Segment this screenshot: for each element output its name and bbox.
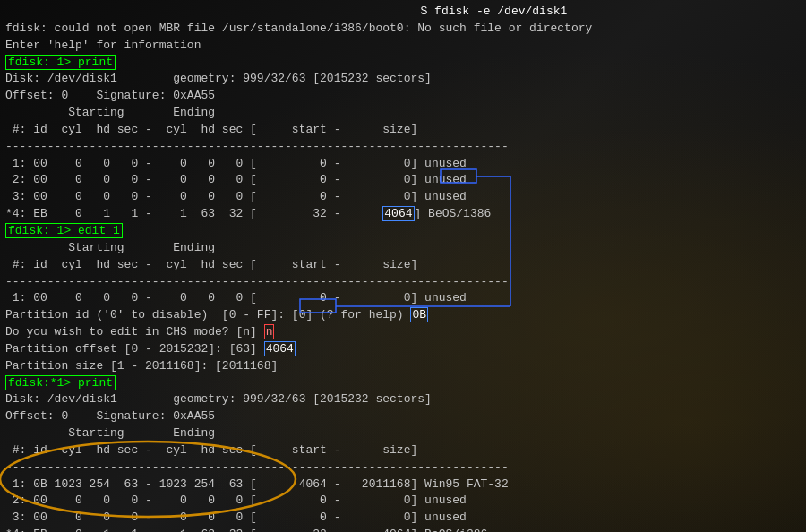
- blue-box-4064-bottom: 4064: [264, 341, 296, 356]
- line-part1-2: 2: 00 0 0 0 - 0 0 0 [ 0 - 0] unused: [5, 172, 801, 189]
- terminal-window: $ fdisk -e /dev/disk1 fdisk: could not o…: [0, 0, 806, 532]
- cmd-box-edit1: fdisk: 1> edit 1: [5, 223, 123, 238]
- line-part3-1: 1: 0B 1023 254 63 - 1023 254 63 [ 4064 -…: [5, 476, 801, 493]
- line-help: Enter 'help' for information: [5, 38, 801, 55]
- cmd-box-print2: fdisk:*1> print: [5, 375, 116, 390]
- line-cols2: #: id cyl hd sec - cyl hd sec [ start - …: [5, 257, 801, 274]
- blue-box-4064-top: 4064: [382, 206, 414, 221]
- line-error: fdisk: could not open MBR file /usr/stan…: [5, 21, 801, 38]
- line-part1-1: 1: 00 0 0 0 - 0 0 0 [ 0 - 0] unused: [5, 156, 801, 173]
- line-disk2: Disk: /dev/disk1 geometry: 999/32/63 [20…: [5, 391, 801, 408]
- blue-box-0b: 0B: [410, 307, 428, 322]
- line-header2: Starting Ending: [5, 240, 801, 257]
- line-chs-mode: Do you wish to edit in CHS mode? [n] n: [5, 324, 801, 341]
- line-sep2: ----------------------------------------…: [5, 274, 801, 291]
- line-cmd-print1: fdisk: 1> print: [5, 55, 801, 72]
- line-cols3: #: id cyl hd sec - cyl hd sec [ start - …: [5, 442, 801, 459]
- cmd-box-print1: fdisk: 1> print: [5, 55, 116, 70]
- line-offset1: Offset: 0 Signature: 0xAA55: [5, 88, 801, 105]
- line-part-offset: Partition offset [0 - 2015232]: [63] 406…: [5, 341, 801, 358]
- line-part1-4: *4: EB 0 1 1 - 1 63 32 [ 32 - 4064] BeOS…: [5, 206, 801, 223]
- line-partition-id: Partition id ('0' to disable) [0 - FF]: …: [5, 307, 801, 324]
- line-part2-1: 1: 00 0 0 0 - 0 0 0 [ 0 - 0] unused: [5, 290, 801, 307]
- title-line: $ fdisk -e /dev/disk1: [5, 4, 801, 21]
- red-box-n: n: [264, 324, 275, 339]
- line-part1-3: 3: 00 0 0 0 - 0 0 0 [ 0 - 0] unused: [5, 189, 801, 206]
- line-cmd-edit1: fdisk: 1> edit 1: [5, 223, 801, 240]
- line-cols1: #: id cyl hd sec - cyl hd sec [ start - …: [5, 122, 801, 139]
- line-part3-2: 2: 00 0 0 0 - 0 0 0 [ 0 - 0] unused: [5, 493, 801, 510]
- line-header3: Starting Ending: [5, 425, 801, 442]
- line-part3-3: 3: 00 0 0 0 - 0 0 0 [ 0 - 0] unused: [5, 510, 801, 527]
- line-disk1: Disk: /dev/disk1 geometry: 999/32/63 [20…: [5, 71, 801, 88]
- line-sep3: ----------------------------------------…: [5, 459, 801, 476]
- line-sep1: ----------------------------------------…: [5, 139, 801, 156]
- line-part-size: Partition size [1 - 2011168]: [2011168]: [5, 358, 801, 375]
- line-offset2: Offset: 0 Signature: 0xAA55: [5, 408, 801, 425]
- line-cmd-print2: fdisk:*1> print: [5, 375, 801, 392]
- line-header1: Starting Ending: [5, 105, 801, 122]
- line-part3-4: *4: EB 0 1 1 - 1 63 32 [ 32 - 4064] BeOS…: [5, 527, 801, 532]
